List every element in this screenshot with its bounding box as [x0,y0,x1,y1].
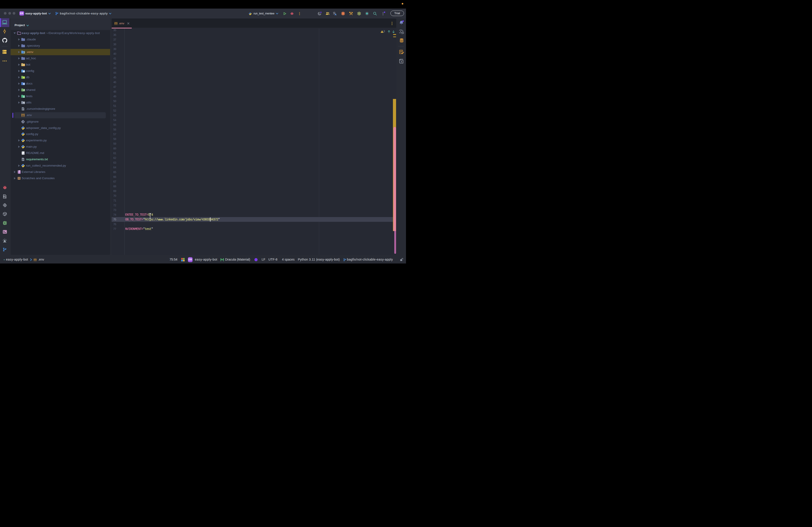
svg-text:A: A [401,60,402,63]
svg-text:A: A [335,13,336,16]
